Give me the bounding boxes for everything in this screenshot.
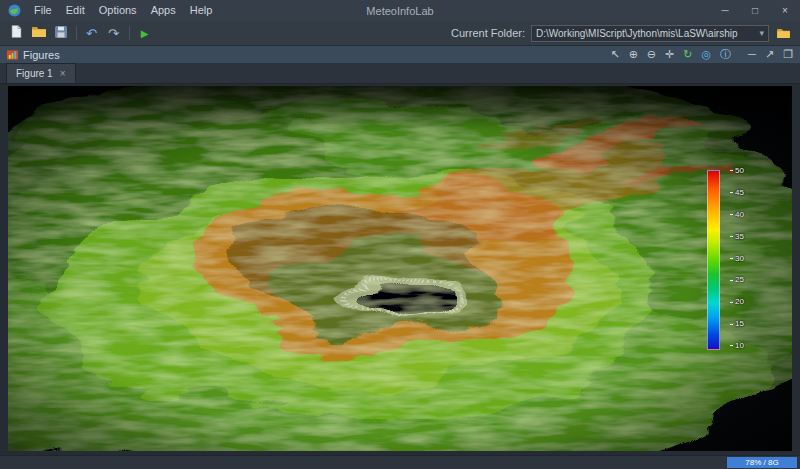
current-folder-group: Current Folder: D:\Working\MIScript\Jyth…	[451, 24, 794, 43]
tool-zoom-in[interactable]: ⊕	[629, 46, 638, 63]
redo-button[interactable]: ↷	[103, 24, 124, 43]
toolbar-separator	[129, 26, 130, 40]
current-folder-label: Current Folder:	[451, 27, 525, 39]
current-folder-path: D:\Working\MIScript\Jython\mis\LaSW\airs…	[536, 28, 755, 39]
menu-item-apps[interactable]: Apps	[144, 0, 183, 21]
colorbar	[707, 170, 720, 350]
tool-globe[interactable]: ◎	[702, 46, 712, 63]
titlebar: MeteoInfoLab File Edit Options Apps Help…	[0, 0, 800, 21]
menu-item-help[interactable]: Help	[183, 0, 220, 21]
minimize-button[interactable]: ─	[710, 0, 740, 21]
open-folder-icon	[32, 26, 46, 40]
save-disk-icon	[55, 26, 67, 41]
tool-select[interactable]: ↖	[610, 46, 619, 63]
close-button[interactable]: ×	[770, 0, 800, 21]
colorbar-tick: 40	[730, 211, 744, 219]
colorbar-tick: 15	[730, 320, 744, 328]
meteoinfolab-window: MeteoInfoLab File Edit Options Apps Help…	[0, 0, 800, 469]
browse-folder-button[interactable]	[772, 24, 794, 43]
panel-collapse-button[interactable]: ─	[748, 46, 756, 63]
figures-panel-header: Figures ↖ ⊕ ⊖ ✛ ↻ ◎ ⓘ ─ ↗ ❐	[0, 46, 800, 63]
panel-float-button[interactable]: ↗	[765, 46, 774, 63]
new-file-icon	[11, 25, 22, 41]
hurricane-volume-rendering	[8, 86, 792, 451]
statusbar: 78% / 8G	[0, 455, 800, 469]
tab-label: Figure 1	[16, 68, 53, 79]
panel-restore-button[interactable]: ❐	[783, 46, 793, 63]
menu-item-options[interactable]: Options	[92, 0, 144, 21]
colorbar-tick: 45	[730, 189, 744, 197]
colorbar-ticks: 50 45 40 35 30 25 20 15 10	[730, 167, 744, 350]
open-file-button[interactable]	[28, 24, 49, 43]
colorbar-tick: 30	[730, 255, 744, 263]
tool-zoom-out[interactable]: ⊖	[647, 46, 656, 63]
maximize-button[interactable]: □	[740, 0, 770, 21]
figure-tabbar: Figure 1 ×	[0, 63, 800, 84]
app-logo-icon	[8, 4, 21, 17]
colorbar-tick: 10	[730, 342, 744, 350]
current-folder-combobox[interactable]: D:\Working\MIScript\Jython\mis\LaSW\airs…	[531, 25, 769, 42]
browse-folder-icon	[777, 24, 790, 42]
save-button[interactable]	[50, 24, 71, 43]
figure-canvas[interactable]: 50 45 40 35 30 25 20 15 10	[8, 86, 792, 451]
menu-item-file[interactable]: File	[27, 0, 59, 21]
figures-panel-icon	[7, 50, 18, 60]
colorbar-tick: 35	[730, 233, 744, 241]
colorbar-tick: 20	[730, 298, 744, 306]
chevron-down-icon: ▾	[759, 28, 764, 38]
run-script-button[interactable]: ▶	[134, 24, 155, 43]
figure-area: 50 45 40 35 30 25 20 15 10	[0, 84, 800, 455]
new-script-button[interactable]	[6, 24, 27, 43]
window-controls: ─ □ ×	[710, 0, 800, 21]
redo-icon: ↷	[108, 26, 119, 41]
toolbar-separator	[76, 26, 77, 40]
colorbar-tick: 25	[730, 276, 744, 284]
tool-rotate[interactable]: ↻	[683, 46, 692, 63]
figure-tools: ↖ ⊕ ⊖ ✛ ↻ ◎ ⓘ ─ ↗ ❐	[610, 46, 793, 63]
colorbar-tick: 50	[730, 167, 744, 175]
menu-item-edit[interactable]: Edit	[59, 0, 92, 21]
tool-identify[interactable]: ⓘ	[720, 46, 731, 63]
undo-button[interactable]: ↶	[81, 24, 102, 43]
tool-pan[interactable]: ✛	[665, 46, 674, 63]
undo-icon: ↶	[86, 26, 97, 41]
tab-close-icon[interactable]: ×	[60, 68, 66, 79]
memory-usage-badge: 78% / 8G	[727, 457, 797, 468]
tab-figure-1[interactable]: Figure 1 ×	[6, 63, 76, 83]
run-icon: ▶	[141, 28, 149, 39]
main-toolbar: ↶ ↷ ▶ Current Folder: D:\Working\MIScrip…	[0, 21, 800, 46]
figures-panel-title: Figures	[23, 49, 60, 61]
